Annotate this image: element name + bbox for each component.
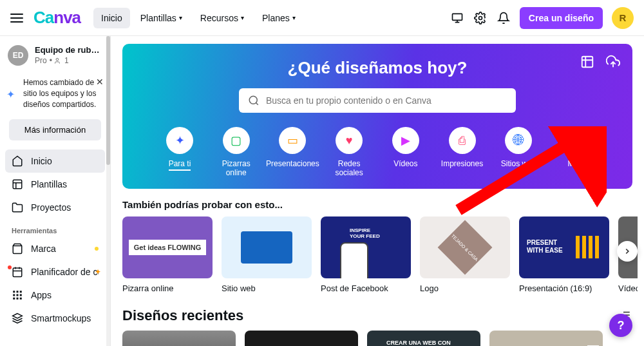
custom-size-icon[interactable] xyxy=(578,53,596,71)
top-nav: Inicio Plantillas▾ Recursos▾ Planes▾ xyxy=(93,8,303,28)
card-label: Presentación (16:9) xyxy=(519,284,609,293)
nav-templates[interactable]: Plantillas▾ xyxy=(133,8,190,28)
suggestions-title: También podrías probar con esto... xyxy=(122,199,283,210)
canva-logo[interactable]: Canva xyxy=(33,8,80,28)
sidebar-item-projects[interactable]: Proyectos xyxy=(5,196,105,219)
svg-rect-17 xyxy=(17,294,19,296)
cat-for-you[interactable]: ✦Para ti xyxy=(155,127,205,177)
sidebar-item-brand[interactable]: Marca xyxy=(5,237,105,260)
carousel-next-icon[interactable] xyxy=(617,241,638,262)
cat-label: Vídeos xyxy=(393,159,417,168)
suggestions-row: Pizarra online Sitio web Post de Faceboo… xyxy=(122,216,632,293)
svg-rect-13 xyxy=(13,291,15,293)
cat-social[interactable]: ♥Redes sociales xyxy=(324,127,374,177)
card-sitio[interactable]: Sitio web xyxy=(222,216,312,293)
help-button[interactable]: ? xyxy=(609,314,632,337)
menu-icon[interactable] xyxy=(10,14,23,23)
team-meta: Pro• 1 xyxy=(35,56,101,66)
svg-rect-18 xyxy=(20,294,22,296)
home-icon xyxy=(12,155,23,167)
card-label: Pizarra online xyxy=(122,284,213,293)
template-icon xyxy=(12,178,23,190)
card-facebook[interactable]: Post de Facebook xyxy=(321,216,411,293)
cat-videos[interactable]: ▶Vídeos xyxy=(381,127,431,177)
nav-home[interactable]: Inicio xyxy=(93,8,130,28)
sidebar: ED Equipo de rubenmol... Pro• 1 ✦ ✕ Hemo… xyxy=(0,36,111,346)
svg-rect-15 xyxy=(20,291,22,293)
nav-plans[interactable]: Planes▾ xyxy=(254,8,303,28)
nav-resources[interactable]: Recursos▾ xyxy=(193,8,252,28)
svg-rect-9 xyxy=(13,268,22,277)
top-bar: Canva Inicio Plantillas▾ Recursos▾ Plane… xyxy=(0,0,644,36)
apps-icon xyxy=(12,289,23,301)
hero-title: ¿Qué diseñamos hoy? xyxy=(135,58,620,78)
svg-rect-16 xyxy=(13,294,15,296)
cat-label: Presentaciones xyxy=(266,159,319,168)
video-icon: ▶ xyxy=(392,127,419,154)
cat-label: Más xyxy=(568,159,583,168)
more-info-button[interactable]: Más información xyxy=(9,119,101,140)
card-pizarra[interactable]: Pizarra online xyxy=(122,216,213,293)
card-thumb xyxy=(519,216,609,278)
recent-card[interactable] xyxy=(245,331,358,346)
nav-templates-label: Plantillas xyxy=(140,13,176,23)
search-box[interactable] xyxy=(239,88,516,113)
sidebar-item-smartmockups[interactable]: Smartmockups xyxy=(5,307,105,330)
presentation-icon: ▭ xyxy=(279,127,306,154)
team-selector[interactable]: ED Equipo de rubenmol... Pro• 1 xyxy=(5,43,105,72)
cat-websites[interactable]: 🌐︎Sitios web xyxy=(493,127,544,177)
card-label: Post de Facebook xyxy=(321,284,411,293)
recent-card[interactable] xyxy=(489,331,603,346)
upload-icon[interactable] xyxy=(604,53,622,71)
cat-label: Para ti xyxy=(169,159,191,171)
sidebar-item-planner[interactable]: Planificador de contenido ✦ xyxy=(5,260,105,284)
cat-label: Impresiones xyxy=(441,159,483,168)
card-thumb xyxy=(321,216,411,278)
card-thumb xyxy=(420,216,510,278)
cat-more[interactable]: ⋯Más xyxy=(550,127,600,177)
recent-card[interactable] xyxy=(367,331,480,346)
svg-rect-20 xyxy=(17,298,19,300)
card-label: Vídeo xyxy=(618,284,638,293)
nav-resources-label: Recursos xyxy=(200,13,238,23)
close-icon[interactable]: ✕ xyxy=(96,76,104,89)
svg-rect-5 xyxy=(13,180,22,189)
whiteboard-icon: ▢ xyxy=(223,127,250,154)
recent-card[interactable] xyxy=(122,331,236,346)
svg-rect-21 xyxy=(20,298,22,300)
sidebar-item-apps[interactable]: Apps xyxy=(5,284,105,307)
sidebar-item-label: Proyectos xyxy=(31,202,71,213)
recent-title: Diseños recientes xyxy=(122,307,243,324)
main-content: ¿Qué diseñamos hoy? ✦Para ti ▢Pizarras o… xyxy=(111,36,644,346)
card-label: Logo xyxy=(420,284,510,293)
cat-label: Sitios web xyxy=(501,159,536,168)
card-logo[interactable]: Logo xyxy=(420,216,510,293)
sidebar-scrollbar[interactable] xyxy=(106,36,110,346)
svg-rect-19 xyxy=(13,298,15,300)
desktop-icon[interactable] xyxy=(450,11,464,25)
sidebar-item-templates[interactable]: Plantillas xyxy=(5,173,105,196)
bell-icon[interactable] xyxy=(497,11,511,25)
notice-text: Hemos cambiado de sitio los equipos y lo… xyxy=(23,78,96,109)
cat-whiteboards[interactable]: ▢Pizarras online xyxy=(211,127,261,177)
notification-dot-icon xyxy=(8,265,12,269)
user-avatar[interactable]: R xyxy=(612,7,634,29)
svg-rect-0 xyxy=(452,14,462,20)
sidebar-item-label: Planificador de contenido xyxy=(31,267,99,277)
nav-plans-label: Planes xyxy=(262,13,290,23)
sidebar-section-tools: Herramientas xyxy=(5,219,105,237)
svg-rect-22 xyxy=(582,57,593,68)
smartmockups-icon xyxy=(12,312,23,324)
search-input[interactable] xyxy=(266,95,507,106)
more-icon: ⋯ xyxy=(562,127,589,154)
team-name: Equipo de rubenmol... xyxy=(35,45,101,56)
team-avatar: ED xyxy=(8,45,28,66)
cat-label: Pizarras online xyxy=(211,159,261,177)
card-presentation[interactable]: Presentación (16:9) xyxy=(519,216,609,293)
cat-print[interactable]: ⎙Impresiones xyxy=(437,127,488,177)
sidebar-item-home[interactable]: Inicio xyxy=(5,149,105,173)
settings-icon[interactable] xyxy=(473,11,488,25)
svg-rect-14 xyxy=(17,291,19,293)
create-design-button[interactable]: Crea un diseño xyxy=(520,7,603,29)
cat-presentations[interactable]: ▭Presentaciones xyxy=(267,127,317,177)
